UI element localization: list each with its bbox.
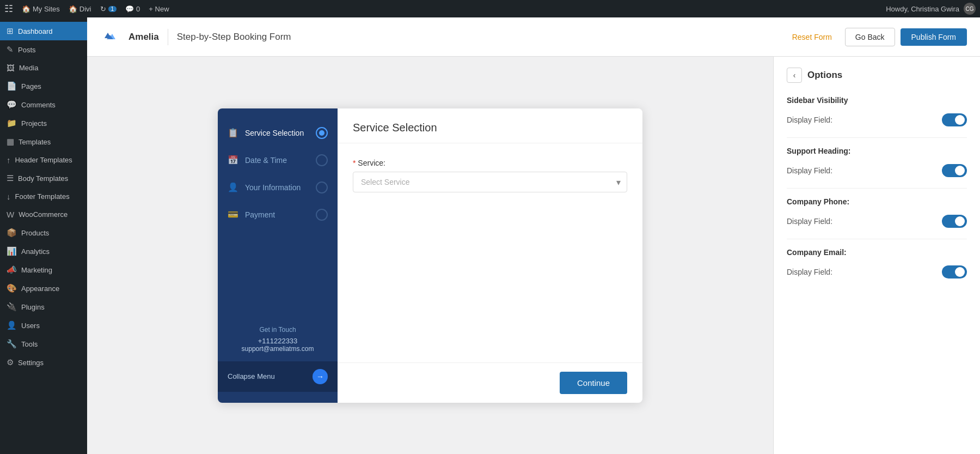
sidebar-visibility-title: Sidebar Visibility — [787, 96, 967, 105]
sidebar-item-label: Media — [19, 64, 38, 72]
options-section-sidebar-visibility: Sidebar Visibility Display Field: — [787, 96, 967, 126]
templates-icon: ▦ — [7, 137, 14, 147]
topbar-right: Howdy, Christina Gwira CG — [886, 3, 976, 15]
steps-footer: Get in Touch +111222333 support@ameliatm… — [218, 317, 338, 361]
wp-logo-icon: ☷ — [4, 3, 13, 15]
sidebar-item-pages[interactable]: 📄 Pages — [0, 77, 87, 95]
my-sites-link[interactable]: 🏠 My Sites — [22, 5, 60, 13]
home-icon: 🏠 — [22, 5, 30, 13]
step-label: Service Selection — [245, 129, 304, 137]
options-back-button[interactable]: ‹ — [787, 68, 802, 83]
step-label: Payment — [245, 210, 275, 219]
chevron-left-icon: ‹ — [793, 71, 796, 80]
footer-title: Get in Touch — [228, 326, 328, 334]
dashboard-icon: ⊞ — [7, 26, 14, 36]
sidebar-item-appearance[interactable]: 🎨 Appearance — [0, 279, 87, 298]
sync-icon: ↻ — [100, 5, 106, 13]
continue-button[interactable]: Continue — [560, 372, 627, 394]
sidebar-item-label: Users — [21, 322, 40, 330]
sync-link[interactable]: ↻ 1 — [100, 5, 117, 13]
footer-templates-icon: ↓ — [7, 192, 11, 201]
sidebar-item-analytics[interactable]: 📊 Analytics — [0, 242, 87, 261]
company-email-title: Company Email: — [787, 248, 967, 257]
payment-icon: 💳 — [228, 209, 238, 220]
step-indicator-active — [316, 127, 328, 139]
step-service-selection[interactable]: 📋 Service Selection — [218, 119, 338, 147]
sidebar-item-label: Dashboard — [18, 27, 53, 35]
sidebar-item-products[interactable]: 📦 Products — [0, 223, 87, 242]
sidebar-item-tools[interactable]: 🔧 Tools — [0, 335, 87, 353]
sidebar-item-label: Projects — [21, 119, 47, 128]
appearance-icon: 🎨 — [7, 283, 17, 293]
sidebar-item-footer-templates[interactable]: ↓ Footer Templates — [0, 187, 87, 205]
avatar: CG — [964, 3, 976, 15]
collapse-menu-bar[interactable]: Collapse Menu → — [218, 361, 338, 392]
plugins-icon: 🔌 — [7, 302, 17, 312]
sidebar-item-woocommerce[interactable]: W WooCommerce — [0, 205, 87, 223]
header-templates-icon: ↑ — [7, 155, 11, 165]
sidebar-item-posts[interactable]: ✎ Posts — [0, 40, 87, 59]
body-templates-icon: ☰ — [7, 173, 14, 183]
header-divider — [168, 29, 168, 45]
display-field-toggle-3[interactable] — [942, 215, 967, 228]
sidebar-item-settings[interactable]: ⚙ Settings — [0, 353, 87, 372]
comments-icon: 💬 — [125, 5, 134, 13]
sidebar-item-marketing[interactable]: 📣 Marketing — [0, 261, 87, 279]
posts-icon: ✎ — [7, 45, 14, 55]
wp-sidebar: ⊞ Dashboard ✎ Posts 🖼 Media 📄 Pages 💬 Co… — [0, 17, 87, 454]
step-indicator-inactive — [316, 181, 328, 193]
sidebar-item-templates[interactable]: ▦ Templates — [0, 132, 87, 151]
sidebar-item-label: Analytics — [21, 247, 50, 256]
sidebar-item-body-templates[interactable]: ☰ Body Templates — [0, 169, 87, 187]
step-indicator-inactive — [316, 154, 328, 166]
sidebar-item-label: WooCommerce — [19, 210, 68, 219]
new-link[interactable]: + New — [149, 5, 169, 13]
sidebar-item-label: Settings — [18, 359, 44, 367]
comments-icon: 💬 — [7, 100, 17, 110]
options-section-company-email: Company Email: Display Field: — [787, 248, 967, 279]
options-section-company-phone: Company Phone: Display Field: — [787, 197, 967, 228]
divi-link[interactable]: 🏠 Divi — [69, 5, 91, 13]
option-row-display-field-4: Display Field: — [787, 265, 967, 279]
sidebar-item-header-templates[interactable]: ↑ Header Templates — [0, 151, 87, 169]
support-heading-title: Support Heading: — [787, 147, 967, 155]
sidebar-item-plugins[interactable]: 🔌 Plugins — [0, 298, 87, 316]
users-icon: 👤 — [7, 320, 17, 330]
sidebar-item-label: Products — [21, 229, 49, 237]
step-indicator-inactive — [316, 209, 328, 221]
step-label: Your Information — [245, 183, 301, 192]
display-field-toggle-4[interactable] — [942, 265, 967, 279]
service-selection-icon: 📋 — [228, 128, 238, 138]
sidebar-item-label: Plugins — [21, 303, 45, 311]
service-select-wrapper: Select Service ▾ — [353, 172, 627, 192]
display-field-label-2: Display Field: — [787, 166, 832, 175]
display-field-toggle-2[interactable] — [942, 164, 967, 177]
user-greeting: Howdy, Christina Gwira — [886, 5, 959, 13]
analytics-icon: 📊 — [7, 246, 17, 256]
reset-form-button[interactable]: Reset Form — [785, 28, 840, 46]
settings-icon: ⚙ — [7, 358, 14, 367]
your-information-icon: 👤 — [228, 182, 238, 192]
sidebar-item-media[interactable]: 🖼 Media — [0, 59, 87, 77]
collapse-button[interactable]: → — [313, 369, 328, 384]
step-your-information[interactable]: 👤 Your Information — [218, 174, 338, 201]
step-payment[interactable]: 💳 Payment — [218, 201, 338, 228]
comments-link[interactable]: 💬 0 — [125, 5, 140, 13]
sidebar-item-label: Posts — [18, 46, 36, 54]
tools-icon: 🔧 — [7, 339, 17, 349]
sidebar-item-dashboard[interactable]: ⊞ Dashboard — [0, 22, 87, 40]
service-field-label: * Service: — [353, 159, 627, 167]
wp-topbar: ☷ 🏠 My Sites 🏠 Divi ↻ 1 💬 0 + New Howdy,… — [0, 0, 980, 17]
page-title: Step-by-Step Booking Form — [177, 32, 291, 43]
display-field-toggle-1[interactable] — [942, 113, 967, 126]
step-date-time[interactable]: 📅 Date & Time — [218, 147, 338, 174]
booking-widget: 📋 Service Selection 📅 Date & Time — [218, 108, 642, 403]
service-select[interactable]: Select Service — [353, 172, 627, 192]
sidebar-item-comments[interactable]: 💬 Comments — [0, 95, 87, 114]
divi-icon: 🏠 — [69, 5, 77, 13]
go-back-button[interactable]: Go Back — [845, 28, 895, 46]
amelia-brand: Amelia — [128, 32, 159, 43]
publish-form-button[interactable]: Publish Form — [901, 28, 967, 46]
sidebar-item-users[interactable]: 👤 Users — [0, 316, 87, 335]
sidebar-item-projects[interactable]: 📁 Projects — [0, 114, 87, 132]
